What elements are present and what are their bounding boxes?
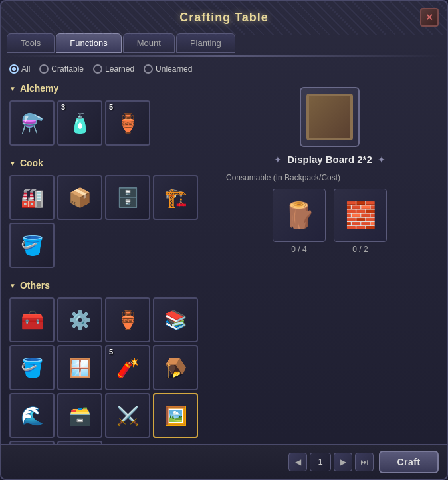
cook-station4-icon: 🏗️ [159, 181, 192, 214]
filter-craftable[interactable]: Craftable [39, 64, 84, 74]
scythe-icon: ⚔️ [111, 399, 144, 432]
cook-bucket-icon: 🪣 [15, 229, 49, 262]
fountain-icon: 🌊 [15, 399, 49, 432]
filter-unlearned[interactable]: Unlearned [144, 64, 192, 74]
cook-arrow: ▼ [9, 160, 16, 167]
radio-learned-indicator [93, 64, 102, 74]
right-separator [223, 265, 436, 265]
crate-icon: 🗃️ [63, 399, 96, 432]
radio-unlearned-indicator [144, 64, 153, 74]
filter-bar: All Craftable Learned Unlearned [1, 62, 447, 79]
item-preview [300, 87, 360, 147]
tab-mount[interactable]: Mount [123, 33, 175, 53]
page-controls: ◀ 1 ▶ ⏭ [288, 453, 374, 471]
tub-icon: 🪤 [159, 351, 192, 384]
list-item[interactable]: 🗄️ [105, 175, 150, 220]
list-item[interactable]: 🏺 [105, 297, 150, 342]
list-item[interactable]: 🏭 [9, 175, 55, 220]
right-arrow-decoration: ✦ [378, 154, 386, 165]
ingredient-2: 🧱 [334, 189, 387, 242]
main-content: ▼ Alchemy ⚗️ 3 🧴 5 🏺 ▼ Cook [1, 79, 447, 463]
crafting-window: Crafting Table ✕ Tools Functions Mount P… [0, 0, 448, 480]
list-item[interactable]: ⚔️ [105, 393, 150, 438]
barrel2-icon: 🪣 [15, 351, 49, 384]
filter-all-label: All [21, 64, 30, 74]
potion-icon: 🧴 [63, 106, 96, 140]
chest-icon: 🧰 [15, 303, 49, 336]
others-grid: 🧰 ⚙️ 🏺 📚 🪣 🪟 5 🧨 [7, 295, 213, 463]
left-arrow-decoration: ✦ [274, 154, 282, 165]
ingredient-1-count: 0 / 4 [273, 245, 326, 254]
filter-learned[interactable]: Learned [93, 64, 134, 74]
others-arrow: ▼ [9, 282, 16, 289]
list-item[interactable]: 🪤 [153, 345, 198, 390]
filter-unlearned-label: Unlearned [156, 64, 192, 74]
ingredient-2-count: 0 / 2 [334, 245, 387, 254]
bottom-bar: ◀ 1 ▶ ⏭ Craft [1, 444, 447, 479]
filter-craftable-label: Craftable [51, 64, 84, 74]
item-badge: 5 [109, 348, 113, 356]
cook-station1-icon: 🏭 [15, 181, 49, 214]
ingredients-row: 🪵 🧱 [273, 189, 387, 242]
alchemy-stand-icon: ⚗️ [15, 106, 49, 140]
tab-bar: Tools Functions Mount Planting [1, 33, 447, 53]
page-number-display: 1 [310, 453, 331, 471]
consumable-label: Consumable (In Backpack/Cost) [226, 173, 340, 182]
radio-craftable-indicator [39, 64, 49, 74]
alchemy-arrow: ▼ [9, 85, 16, 92]
tab-tools[interactable]: Tools [7, 33, 55, 53]
list-item[interactable]: ⚗️ [9, 100, 55, 146]
barrel-icon: 🏺 [111, 106, 144, 140]
page-prev-button[interactable]: ◀ [288, 453, 307, 471]
filter-all[interactable]: All [9, 64, 30, 74]
ingredient-2-icon: 🧱 [345, 201, 376, 230]
left-panel: ▼ Alchemy ⚗️ 3 🧴 5 🏺 ▼ Cook [7, 79, 213, 463]
list-item[interactable]: 5 🏺 [105, 100, 150, 146]
tab-functions[interactable]: Functions [56, 33, 121, 53]
list-item[interactable]: 🪣 [9, 345, 55, 390]
filter-learned-label: Learned [105, 64, 134, 74]
list-item[interactable]: 🪣 [9, 223, 55, 268]
ingredient-counts: 0 / 4 0 / 2 [273, 245, 387, 254]
right-panel: ✦ Display Board 2*2 ✦ Consumable (In Bac… [218, 79, 441, 463]
tab-separator [7, 55, 441, 57]
lantern-icon: 🏺 [111, 303, 144, 336]
item-badge: 5 [109, 103, 113, 111]
category-cook[interactable]: ▼ Cook [7, 154, 213, 172]
title-bar: Crafting Table ✕ [1, 1, 447, 33]
tab-planting[interactable]: Planting [176, 33, 235, 53]
cook-grid: 🏭 📦 🗄️ 🏗️ 🪣 [7, 172, 213, 271]
close-button[interactable]: ✕ [420, 8, 439, 27]
list-item[interactable]: 🧰 [9, 297, 55, 342]
page-last-button[interactable]: ⏭ [355, 453, 374, 471]
list-item[interactable]: 🌊 [9, 393, 55, 438]
list-item[interactable]: 🖼️ [153, 393, 198, 438]
list-item[interactable]: 5 🧨 [105, 345, 150, 390]
craft-button[interactable]: Craft [379, 451, 439, 473]
list-item[interactable]: 🪟 [57, 345, 102, 390]
cook-label: Cook [20, 158, 43, 168]
ingredient-1-icon: 🪵 [284, 201, 315, 230]
list-item[interactable]: 🏗️ [153, 175, 198, 220]
category-others[interactable]: ▼ Others [7, 276, 213, 295]
list-item[interactable]: ⚙️ [57, 297, 102, 342]
bookshelf-icon: 📚 [159, 303, 192, 336]
window-title: Crafting Table [179, 11, 269, 25]
window-icon: 🪟 [63, 351, 96, 384]
item-badge: 3 [61, 103, 65, 111]
list-item[interactable]: 🗃️ [57, 393, 102, 438]
list-item[interactable]: 📦 [57, 175, 102, 220]
others-label: Others [20, 280, 50, 291]
preview-frame-icon [306, 94, 353, 140]
item-name-bar: ✦ Display Board 2*2 ✦ [274, 154, 386, 165]
radio-all-indicator [9, 64, 19, 74]
list-item[interactable]: 📚 [153, 297, 198, 342]
list-item[interactable]: 3 🧴 [57, 100, 102, 146]
cook-station2-icon: 📦 [63, 181, 96, 214]
machine-icon: ⚙️ [63, 303, 96, 336]
category-alchemy[interactable]: ▼ Alchemy [7, 79, 213, 98]
item-name: Display Board 2*2 [287, 154, 372, 165]
alchemy-grid: ⚗️ 3 🧴 5 🏺 [7, 98, 213, 148]
display-board-selected-icon: 🖼️ [159, 399, 192, 432]
page-next-button[interactable]: ▶ [334, 453, 352, 471]
